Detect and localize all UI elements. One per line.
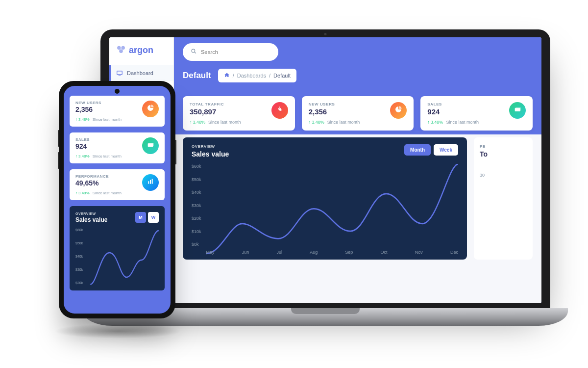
x-tick: May <box>206 250 215 255</box>
search[interactable] <box>183 43 278 61</box>
svg-rect-9 <box>515 107 521 111</box>
stat-label: TOTAL TRAFFIC <box>190 102 241 106</box>
stat-icon-badge <box>390 102 407 119</box>
crumb-sep: / <box>269 73 270 79</box>
page-title: Default <box>183 71 211 80</box>
plot <box>86 228 159 285</box>
side-title: To <box>480 150 527 158</box>
chart-eyebrow: OVERVIEW <box>192 144 229 149</box>
since: Since last month <box>93 117 122 122</box>
phone-screen: NEW USERS 2,356 ↑3.48%Since last month S… <box>64 86 171 314</box>
plot: May Jun Jul Aug Sep Oct Nov Dec <box>206 164 458 255</box>
stat-sales: SALES 924 ↑3.48% Since last month <box>420 96 533 131</box>
y-tick: $40k <box>192 190 201 195</box>
app-body: TOTAL TRAFFIC 350,897 ↑3.48% Since last … <box>174 89 541 303</box>
cash-icon <box>147 141 154 151</box>
laptop-camera <box>324 33 327 35</box>
phone-volume-down <box>58 152 59 169</box>
y-tick: $30k <box>192 203 201 208</box>
brand-logo[interactable]: argon <box>109 37 173 65</box>
delta: 3.48% <box>78 191 90 195</box>
stat-icon-badge <box>142 137 159 154</box>
stat-trend: ↑3.48% Since last month <box>190 120 241 125</box>
bars-icon <box>147 178 154 187</box>
arrow-up-icon: ↑ <box>190 120 192 125</box>
page-head: Default / Dashboards / Default <box>174 63 541 89</box>
stat-performance: PERFORMANCE 49,65% ↑3.48%Since last mont… <box>70 169 165 200</box>
nav-label: Dashboard <box>127 70 153 76</box>
stat-trend: ↑3.48% Since last month <box>427 120 479 125</box>
stat-icon-badge <box>509 102 526 119</box>
delta: 3.48% <box>78 117 90 122</box>
arrow-up-icon: ↑ <box>75 191 77 195</box>
y-axis: $60k $50k $40k $30k $20k $10k $0k <box>192 164 201 255</box>
hand-icon <box>276 105 284 115</box>
crumb-link[interactable]: Dashboards <box>237 73 266 79</box>
stat-value: 924 <box>75 142 122 150</box>
x-tick: Jul <box>276 250 282 255</box>
stat-label: NEW USERS <box>75 101 122 105</box>
since: Since last month <box>327 120 360 125</box>
stat-value: 2,356 <box>309 107 360 116</box>
phone-shadow <box>54 324 181 339</box>
since: Since last month <box>208 120 241 125</box>
search-input[interactable] <box>201 49 270 55</box>
pie-icon <box>147 104 154 114</box>
svg-rect-14 <box>152 179 153 184</box>
tv-icon <box>116 70 123 77</box>
stat-label: SALES <box>75 137 122 142</box>
y-tick: $30k <box>75 268 83 271</box>
phone-mockup: NEW USERS 2,356 ↑3.48%Since last month S… <box>59 81 175 318</box>
phone-volume-up <box>58 130 59 147</box>
main: Default / Dashboards / Default <box>174 37 541 303</box>
toggle-month[interactable]: M <box>135 212 146 223</box>
toggle-week[interactable]: Week <box>434 144 458 156</box>
side-eyebrow: PE <box>480 144 527 149</box>
stat-icon-badge <box>142 101 159 117</box>
laptop-hinge-notch <box>291 308 360 314</box>
svg-point-7 <box>192 49 195 53</box>
toggle-month[interactable]: Month <box>404 144 431 156</box>
delta: 3.48% <box>431 120 443 125</box>
since: Since last month <box>93 154 122 158</box>
side-card: PE To 30 <box>474 137 533 260</box>
y-tick: $10k <box>192 229 201 234</box>
chart-sales-value: OVERVIEW Sales value Month Week <box>183 137 467 260</box>
svg-rect-13 <box>150 180 151 184</box>
phone-power <box>175 140 176 164</box>
cash-icon <box>514 105 521 115</box>
x-tick: Sep <box>345 250 353 255</box>
svg-point-2 <box>119 49 123 53</box>
phone-camera <box>115 89 120 94</box>
stat-label: PERFORMANCE <box>75 174 122 179</box>
stat-value: 2,356 <box>75 105 122 113</box>
y-tick: $40k <box>75 255 83 258</box>
argon-icon <box>116 44 126 56</box>
delta: 3.48% <box>78 154 90 158</box>
line-chart-svg <box>206 164 458 255</box>
x-tick: Oct <box>381 250 388 255</box>
arrow-up-icon: ↑ <box>427 120 430 125</box>
stat-total-traffic: TOTAL TRAFFIC 350,897 ↑3.48% Since last … <box>183 96 295 131</box>
toggle-week[interactable]: W <box>148 212 159 223</box>
nav-dashboard[interactable]: Dashboard <box>109 65 173 81</box>
x-tick: Jun <box>242 250 249 255</box>
stats-row: TOTAL TRAFFIC 350,897 ↑3.48% Since last … <box>183 96 533 131</box>
crumb-sep: / <box>233 73 234 79</box>
chart-range-toggle: Month Week <box>404 144 458 156</box>
y-tick: $60k <box>192 164 201 169</box>
stat-icon-badge <box>271 102 288 119</box>
side-axis-tick: 30 <box>480 173 527 178</box>
search-icon <box>191 48 197 56</box>
y-tick: $20k <box>75 281 83 285</box>
delta: 3.48% <box>312 120 324 125</box>
svg-point-0 <box>117 46 121 50</box>
breadcrumb: / Dashboards / Default <box>218 69 296 82</box>
arrow-up-icon: ↑ <box>75 117 77 122</box>
y-tick: $20k <box>192 216 201 221</box>
pie-icon <box>394 105 402 115</box>
mobile-app: NEW USERS 2,356 ↑3.48%Since last month S… <box>64 86 171 290</box>
x-tick: Dec <box>450 250 458 255</box>
home-icon[interactable] <box>224 72 230 79</box>
chart-range-toggle: M W <box>135 212 159 223</box>
